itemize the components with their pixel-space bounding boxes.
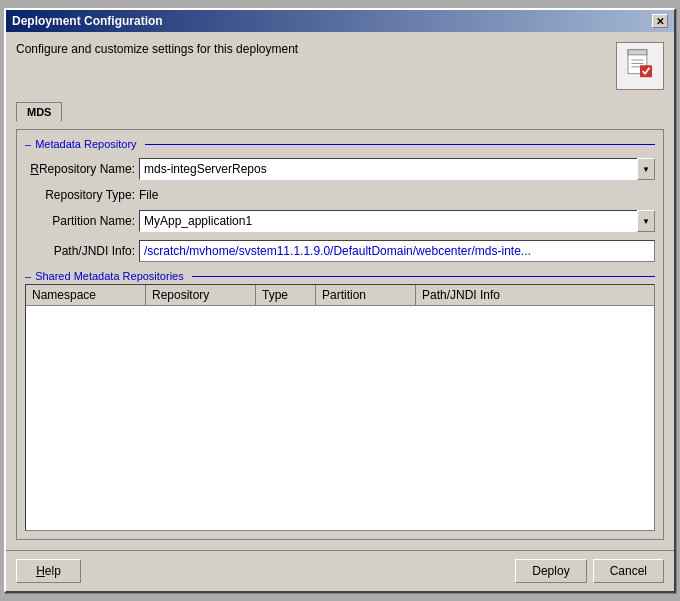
repository-name-select-wrapper: mds-integServerRepos ▼ [139, 158, 655, 180]
col-path-jndi: Path/JNDI Info [416, 285, 654, 305]
bottom-bar: Help Deploy Cancel [6, 550, 674, 591]
repository-name-row: RRepository Name: mds-integServerRepos ▼ [25, 158, 655, 180]
cancel-button[interactable]: Cancel [593, 559, 664, 583]
partition-name-row: Partition Name: MyApp_application1 ▼ [25, 210, 655, 232]
window-title: Deployment Configuration [12, 14, 163, 28]
table-header: Namespace Repository Type Partition Path… [26, 285, 654, 306]
main-panel: Metadata Repository RRepository Name: md… [16, 129, 664, 540]
partition-name-label: Partition Name: [25, 214, 135, 228]
repository-type-value: File [139, 188, 158, 202]
tab-mds[interactable]: MDS [16, 102, 62, 122]
content-area: Configure and customize settings for thi… [6, 32, 674, 550]
repository-name-label: RRepository Name: [25, 162, 135, 176]
shared-section: Shared Metadata Repositories Namespace R… [25, 270, 655, 531]
header-description: Configure and customize settings for thi… [16, 42, 616, 56]
repository-type-label: Repository Type: [25, 188, 135, 202]
deploy-button[interactable]: Deploy [515, 559, 586, 583]
col-partition: Partition [316, 285, 416, 305]
table-body [26, 306, 654, 530]
path-jndi-value: /scratch/mvhome/svstem11.1.1.9.0/Default… [139, 240, 655, 262]
col-namespace: Namespace [26, 285, 146, 305]
help-button[interactable]: Help [16, 559, 81, 583]
repository-name-select[interactable]: mds-integServerRepos [139, 158, 655, 180]
partition-name-select[interactable]: MyApp_application1 [139, 210, 655, 232]
deployment-icon [616, 42, 664, 90]
repository-type-row: Repository Type: File [25, 188, 655, 202]
action-buttons: Deploy Cancel [515, 559, 664, 583]
col-type: Type [256, 285, 316, 305]
header-section: Configure and customize settings for thi… [16, 42, 664, 90]
shared-repositories-section-header: Shared Metadata Repositories [25, 270, 655, 282]
tab-bar: MDS [16, 102, 664, 122]
svg-rect-1 [628, 50, 647, 55]
main-window: Deployment Configuration ✕ Configure and… [4, 8, 676, 593]
path-jndi-row: Path/JNDI Info: /scratch/mvhome/svstem11… [25, 240, 655, 262]
metadata-repository-section-header: Metadata Repository [25, 138, 655, 150]
shared-repos-table: Namespace Repository Type Partition Path… [25, 284, 655, 531]
col-repository: Repository [146, 285, 256, 305]
partition-name-select-wrapper: MyApp_application1 ▼ [139, 210, 655, 232]
close-button[interactable]: ✕ [652, 14, 668, 28]
path-jndi-label: Path/JNDI Info: [25, 244, 135, 258]
title-bar: Deployment Configuration ✕ [6, 10, 674, 32]
